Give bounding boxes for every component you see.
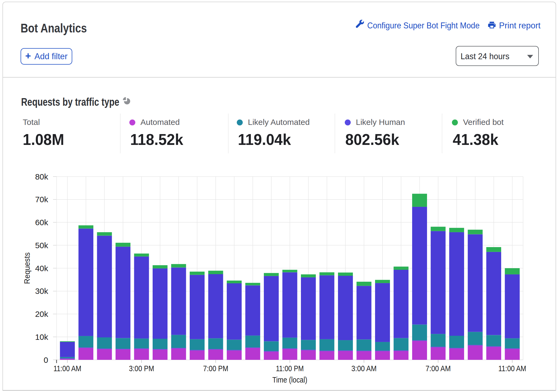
svg-text:70k: 70k (35, 195, 48, 204)
svg-text:40k: 40k (35, 264, 48, 273)
svg-text:Requests: Requests (22, 253, 31, 284)
svg-text:60k: 60k (35, 218, 48, 227)
svg-text:80k: 80k (35, 172, 48, 181)
svg-text:3:00 PM: 3:00 PM (129, 364, 154, 373)
svg-text:0: 0 (44, 356, 48, 364)
svg-text:30k: 30k (35, 287, 48, 295)
svg-text:3:00 AM: 3:00 AM (352, 364, 377, 373)
svg-text:20k: 20k (35, 310, 48, 318)
svg-text:10k: 10k (35, 333, 48, 341)
svg-text:11:00 AM: 11:00 AM (54, 364, 81, 373)
svg-text:50k: 50k (35, 241, 48, 250)
svg-text:11:00 AM: 11:00 AM (498, 364, 526, 373)
svg-text:11:00 PM: 11:00 PM (276, 364, 304, 373)
svg-text:7:00 PM: 7:00 PM (203, 364, 228, 373)
svg-text:Time (local): Time (local) (273, 375, 307, 384)
svg-text:7:00 AM: 7:00 AM (426, 364, 451, 373)
